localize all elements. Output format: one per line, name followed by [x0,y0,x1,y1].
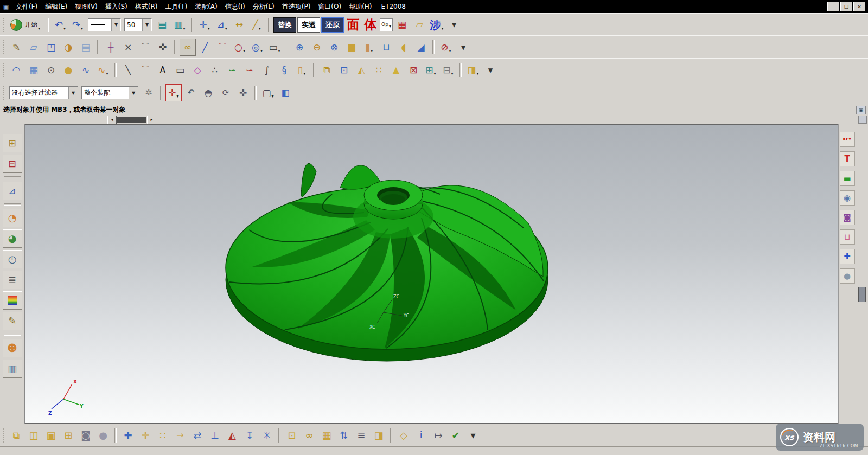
translucent-button[interactable]: 实透 [297,17,320,33]
arrangement-button[interactable]: ⇅ [336,426,352,445]
wave-geometry-button[interactable]: ⊡ [284,426,300,445]
menu-format[interactable]: 格式(R) [131,1,162,12]
toolbar-overflow-button[interactable]: ▾ [446,16,462,34]
dropdown-caret-icon[interactable]: ▾ [442,26,444,33]
palettes-button[interactable]: ▥ [3,360,22,378]
menu-help[interactable]: 帮助(H) [345,1,375,12]
work-layer-select[interactable]: 50 ▼ [124,18,152,31]
replace-component-button[interactable]: ⇄ [189,426,206,445]
user-tools-button[interactable]: ☻ [3,339,22,357]
toolbar-handle[interactable] [3,40,5,54]
tube-button[interactable]: ▯▾ [293,61,310,79]
swept-button[interactable]: ∿ [78,61,94,79]
shell-button[interactable]: ⊔ [378,39,394,56]
dropdown-caret-icon[interactable]: ▾ [225,26,227,33]
assembly-constraints-button[interactable]: ⊥ [207,426,223,445]
circle-button[interactable]: ○▾ [232,39,248,56]
body-button[interactable]: 体 [362,16,379,34]
dropdown-caret-icon[interactable]: ▾ [177,94,179,101]
roles-button[interactable]: ✎ [3,312,22,330]
toolbar-handle[interactable] [3,63,5,77]
preview-component-button[interactable]: ◙ [78,426,94,445]
assembly-options-button[interactable]: ✲ [141,84,157,101]
dropdown-caret-icon[interactable]: ▾ [389,24,391,31]
helix-button[interactable]: § [276,61,292,79]
mirror-feature-button[interactable]: ◭ [353,61,369,79]
rectangle-button[interactable]: ▭ [172,61,188,79]
visual-reports-button[interactable]: ▮ [3,291,22,310]
promote-body-button[interactable]: ⊟▾ [440,61,456,79]
fit-spline-button[interactable]: ∽ [241,61,258,79]
dropdown-caret-icon[interactable]: ▾ [106,71,108,78]
studio-spline-button[interactable]: ∽ [224,61,240,79]
move-component-button[interactable]: → [172,426,188,445]
toolbar-overflow-button[interactable]: ▾ [455,39,471,56]
impeller-model[interactable]: ZC YC XC [221,131,553,383]
rotate-view-button[interactable]: ⟳ [218,84,234,101]
cross-tool-button[interactable]: ✚ [840,249,855,264]
bolt-tool-button[interactable]: T [840,151,855,166]
history-button[interactable]: ◷ [3,250,22,268]
red-block-button[interactable]: ▦ [394,16,410,34]
trim-body-button[interactable]: ⊘▾ [438,39,454,56]
rectangle-select-button[interactable]: ▢▾ [260,84,276,101]
combo-caret-icon[interactable]: ▼ [129,87,138,99]
dropdown-caret-icon[interactable]: ▾ [243,48,245,55]
menu-tools[interactable]: 工具(T) [161,1,191,12]
cylinder-button[interactable]: ▮▾ [361,39,377,56]
menu-edit[interactable]: 编辑(E) [41,1,71,12]
ruled-surface-button[interactable]: ◠ [8,61,24,79]
toolbar-handle[interactable] [3,428,5,443]
gold-sheet-button[interactable]: ▱ [411,16,427,34]
horizontal-scrollbar[interactable]: ◂ ▸ [107,116,156,124]
sphere-gray-button[interactable]: ● [840,268,855,284]
wade-button[interactable]: 涉▾ [429,16,445,34]
menu-information[interactable]: 信息(I) [221,1,249,12]
scroll-thumb[interactable] [117,117,146,123]
wave-link-button[interactable]: ⧉ [318,61,335,79]
line-width-select[interactable]: ▼ [88,18,121,31]
reference-set-button[interactable]: ▦ [318,426,335,445]
impeller-blade-tip[interactable] [301,163,316,197]
dropdown-caret-icon[interactable]: ▾ [208,26,210,33]
capsule-button[interactable]: ▬ [840,171,855,186]
dropdown-caret-icon[interactable]: ▾ [303,71,305,78]
import-assembly-button[interactable]: ↦ [430,426,446,445]
reuse-library-button[interactable]: ◔ [3,209,22,227]
polygon-button[interactable]: ◇ [189,61,206,79]
start-button[interactable]: 开始 ▾ [8,17,43,33]
dropdown-caret-icon[interactable]: ▾ [63,26,66,33]
hd3d-tools-button[interactable]: ◕ [3,229,22,248]
verify-assembly-button[interactable]: ✔ [448,426,464,445]
mirror-body-button[interactable]: ▲ [388,61,404,79]
combo-caret-icon[interactable]: ▼ [68,87,78,99]
clip-window-icon[interactable]: ▣ [856,106,866,114]
maximize-button[interactable]: □ [840,2,852,11]
rectangle-tool-button[interactable]: ▭▾ [266,39,283,56]
app-icon[interactable]: ▣ [1,3,11,10]
intersection-point-button[interactable]: × [120,39,136,56]
constraint-navigator-button[interactable]: ⊟ [3,155,22,173]
menu-window[interactable]: 窗口(O) [314,1,345,12]
new-component-button[interactable]: ✛ [137,426,154,445]
face-button[interactable]: 面 [345,16,361,34]
dropdown-caret-icon[interactable]: ▾ [477,71,479,78]
line-button[interactable]: ╱ [197,39,213,56]
assembly-info-button[interactable]: i [413,426,429,445]
block-button[interactable]: ■ [343,39,360,56]
combo-caret-icon[interactable]: ▼ [142,19,151,31]
dropdown-caret-icon[interactable]: ▾ [371,48,373,55]
copy-face-button[interactable]: Op▾ [380,18,393,31]
restore-button[interactable]: 还原 [321,17,344,33]
dropdown-caret-icon[interactable]: ▾ [260,48,263,55]
process-studio-button[interactable]: ≣ [3,271,22,289]
layer-settings-button[interactable]: ▥▾ [171,16,188,34]
key-button[interactable]: KEY [840,132,855,147]
menu-assemblies[interactable]: 装配(A) [191,1,221,12]
menu-view[interactable]: 视图(V) [71,1,101,12]
dropdown-caret-icon[interactable]: ▾ [259,26,261,33]
toolbar-overflow-button[interactable]: ▾ [482,61,499,79]
pan-view-button[interactable]: ✜ [235,84,251,101]
toolbar-handle[interactable] [3,18,5,32]
snap-point-button[interactable]: ✛▾ [165,84,182,101]
